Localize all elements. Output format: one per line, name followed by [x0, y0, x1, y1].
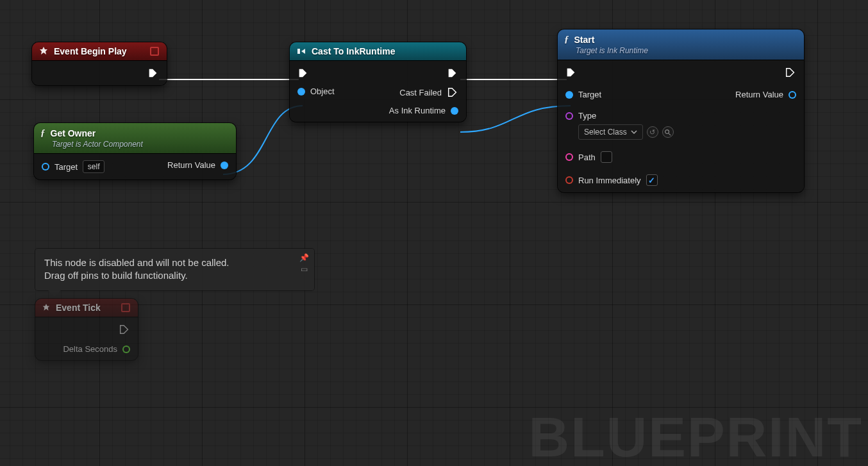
node-get-owner[interactable]: ƒ Get Owner Target is Actor Component Ta… — [34, 123, 236, 179]
disabled-tooltip: This node is disabled and will not be ca… — [35, 249, 314, 290]
exec-out-pin[interactable] — [447, 67, 458, 79]
pin-object[interactable]: Object — [297, 87, 335, 96]
pin-target[interactable]: Target — [565, 90, 674, 99]
chevron-down-icon — [631, 129, 637, 135]
cast-icon — [296, 46, 306, 56]
event-icon — [42, 303, 51, 312]
pin-path[interactable]: Path — [565, 151, 674, 163]
exec-out-pin[interactable] — [147, 67, 159, 79]
node-title: Start — [574, 35, 595, 45]
pin-type[interactable]: Type — [565, 111, 674, 121]
node-header: ƒ Get Owner Target is Actor Component — [34, 123, 236, 154]
node-title: Event Tick — [56, 303, 101, 313]
node-cast-to-inkruntime[interactable]: Cast To InkRuntime Object Cast Failed As… — [290, 42, 466, 122]
run-immediately-checkbox[interactable] — [646, 174, 658, 186]
browse-button[interactable] — [662, 126, 674, 138]
exec-in-pin[interactable] — [297, 67, 335, 79]
pin-return-value[interactable]: Return Value — [735, 90, 796, 99]
reset-button[interactable]: ↺ — [647, 126, 658, 138]
search-icon — [664, 129, 671, 136]
pin-target[interactable]: Target self — [42, 160, 104, 173]
node-subtitle: Target is Ink Runtime — [576, 46, 648, 55]
pin-as-ink-runtime[interactable]: As Ink Runtime — [389, 106, 458, 115]
node-header: Event Tick — [35, 299, 138, 317]
node-subtitle: Target is Actor Component — [52, 140, 143, 149]
delegate-pin[interactable] — [121, 303, 130, 312]
exec-out-pin[interactable] — [785, 67, 796, 78]
exec-in-pin[interactable] — [565, 67, 674, 78]
pin-return-value[interactable]: Return Value — [167, 160, 228, 170]
pin-cast-failed[interactable]: Cast Failed — [399, 87, 458, 98]
path-input[interactable] — [601, 151, 612, 163]
comment-icon[interactable]: ▭ — [301, 264, 308, 274]
node-event-begin-play[interactable]: Event Begin Play — [32, 42, 167, 85]
node-header: Cast To InkRuntime — [290, 42, 466, 61]
pin-delta-seconds[interactable]: Delta Seconds — [63, 344, 130, 354]
node-start[interactable]: ƒ Start Target is Ink Runtime Target Typ… — [558, 29, 804, 192]
self-input[interactable]: self — [83, 160, 104, 173]
pin-icon[interactable]: 📌 — [299, 253, 309, 263]
svg-point-0 — [665, 129, 669, 133]
node-title: Get Owner — [51, 128, 96, 138]
exec-out-pin[interactable] — [119, 324, 130, 335]
select-class-dropdown[interactable]: Select Class — [578, 124, 643, 140]
node-header: Event Begin Play — [32, 42, 167, 61]
node-event-tick[interactable]: Event Tick Delta Seconds — [35, 299, 138, 360]
delegate-pin[interactable] — [150, 47, 159, 56]
pin-run-immediately[interactable]: Run Immediately — [565, 174, 674, 186]
node-title: Event Begin Play — [54, 46, 127, 56]
node-header: ƒ Start Target is Ink Runtime — [558, 29, 804, 60]
node-title: Cast To InkRuntime — [312, 46, 395, 56]
event-icon — [38, 46, 49, 56]
blueprint-watermark: BLUEPRINT — [528, 404, 863, 466]
